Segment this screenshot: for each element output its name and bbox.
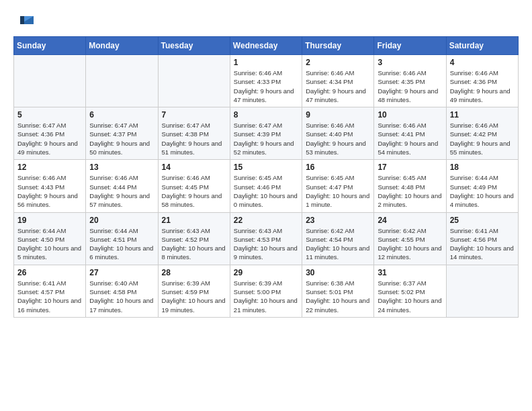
week-row-3: 12Sunrise: 6:46 AM Sunset: 4:43 PM Dayli… (14, 160, 519, 212)
day-cell: 28Sunrise: 6:39 AM Sunset: 4:59 PM Dayli… (158, 265, 230, 317)
day-number: 26 (17, 268, 82, 277)
day-cell: 21Sunrise: 6:43 AM Sunset: 4:52 PM Dayli… (158, 212, 230, 265)
weekday-header-row: SundayMondayTuesdayWednesdayThursdayFrid… (14, 37, 519, 55)
day-cell: 23Sunrise: 6:42 AM Sunset: 4:54 PM Dayli… (302, 212, 374, 265)
svg-marker-2 (20, 16, 24, 24)
day-number: 21 (162, 216, 226, 225)
day-cell: 30Sunrise: 6:38 AM Sunset: 5:01 PM Dayli… (302, 265, 374, 317)
day-info: Sunrise: 6:46 AM Sunset: 4:34 PM Dayligh… (306, 68, 370, 104)
day-number: 24 (378, 216, 442, 225)
day-cell: 16Sunrise: 6:45 AM Sunset: 4:47 PM Dayli… (302, 160, 374, 212)
logo-general (13, 13, 35, 32)
day-cell (86, 55, 158, 107)
day-number: 31 (378, 268, 442, 277)
day-number: 8 (234, 110, 298, 120)
day-number: 19 (17, 216, 82, 225)
day-info: Sunrise: 6:46 AM Sunset: 4:41 PM Dayligh… (378, 121, 442, 156)
day-number: 13 (89, 163, 154, 172)
day-number: 30 (306, 268, 370, 277)
day-number: 16 (306, 163, 370, 172)
day-number: 1 (234, 58, 298, 67)
page: SundayMondayTuesdayWednesdayThursdayFrid… (0, 0, 532, 324)
weekday-saturday: Saturday (446, 37, 518, 55)
day-info: Sunrise: 6:45 AM Sunset: 4:48 PM Dayligh… (378, 173, 442, 209)
day-number: 10 (378, 110, 442, 120)
day-info: Sunrise: 6:46 AM Sunset: 4:45 PM Dayligh… (162, 173, 226, 209)
day-cell: 29Sunrise: 6:39 AM Sunset: 5:00 PM Dayli… (230, 265, 302, 317)
day-cell (14, 55, 86, 107)
day-cell: 12Sunrise: 6:46 AM Sunset: 4:43 PM Dayli… (14, 160, 86, 212)
week-row-1: 1Sunrise: 6:46 AM Sunset: 4:33 PM Daylig… (14, 55, 519, 107)
weekday-sunday: Sunday (14, 37, 86, 55)
day-info: Sunrise: 6:44 AM Sunset: 4:50 PM Dayligh… (17, 226, 82, 262)
day-cell (446, 265, 518, 317)
day-info: Sunrise: 6:47 AM Sunset: 4:38 PM Dayligh… (162, 121, 226, 156)
day-info: Sunrise: 6:44 AM Sunset: 4:51 PM Dayligh… (89, 226, 154, 262)
day-cell: 6Sunrise: 6:47 AM Sunset: 4:37 PM Daylig… (86, 107, 158, 160)
day-cell: 26Sunrise: 6:41 AM Sunset: 4:57 PM Dayli… (14, 265, 86, 317)
weekday-wednesday: Wednesday (230, 37, 302, 55)
day-cell: 9Sunrise: 6:46 AM Sunset: 4:40 PM Daylig… (302, 107, 374, 160)
day-cell: 3Sunrise: 6:46 AM Sunset: 4:35 PM Daylig… (374, 55, 446, 107)
day-cell: 15Sunrise: 6:45 AM Sunset: 4:46 PM Dayli… (230, 160, 302, 212)
calendar: SundayMondayTuesdayWednesdayThursdayFrid… (13, 36, 519, 318)
day-number: 7 (162, 110, 226, 120)
day-number: 15 (234, 163, 298, 172)
day-number: 4 (450, 58, 515, 67)
week-row-5: 26Sunrise: 6:41 AM Sunset: 4:57 PM Dayli… (14, 265, 519, 317)
day-cell: 2Sunrise: 6:46 AM Sunset: 4:34 PM Daylig… (302, 55, 374, 107)
day-info: Sunrise: 6:46 AM Sunset: 4:36 PM Dayligh… (450, 68, 515, 104)
weekday-thursday: Thursday (302, 37, 374, 55)
week-row-4: 19Sunrise: 6:44 AM Sunset: 4:50 PM Dayli… (14, 212, 519, 265)
day-cell: 31Sunrise: 6:37 AM Sunset: 5:02 PM Dayli… (374, 265, 446, 317)
day-number: 5 (17, 110, 82, 120)
day-info: Sunrise: 6:45 AM Sunset: 4:46 PM Dayligh… (234, 173, 298, 209)
day-number: 18 (450, 163, 515, 172)
day-number: 29 (234, 268, 298, 277)
day-cell: 18Sunrise: 6:44 AM Sunset: 4:49 PM Dayli… (446, 160, 518, 212)
day-info: Sunrise: 6:44 AM Sunset: 4:49 PM Dayligh… (450, 173, 515, 209)
day-info: Sunrise: 6:38 AM Sunset: 5:01 PM Dayligh… (306, 279, 370, 314)
day-info: Sunrise: 6:43 AM Sunset: 4:53 PM Dayligh… (234, 226, 298, 262)
day-cell: 7Sunrise: 6:47 AM Sunset: 4:38 PM Daylig… (158, 107, 230, 160)
header (13, 13, 519, 30)
logo (13, 13, 35, 30)
day-number: 11 (450, 110, 515, 120)
day-info: Sunrise: 6:47 AM Sunset: 4:39 PM Dayligh… (234, 121, 298, 156)
weekday-monday: Monday (86, 37, 158, 55)
day-info: Sunrise: 6:46 AM Sunset: 4:35 PM Dayligh… (378, 68, 442, 104)
day-number: 3 (378, 58, 442, 67)
day-info: Sunrise: 6:42 AM Sunset: 4:55 PM Dayligh… (378, 226, 442, 262)
day-number: 12 (17, 163, 82, 172)
day-number: 25 (450, 216, 515, 225)
day-number: 17 (378, 163, 442, 172)
day-info: Sunrise: 6:39 AM Sunset: 4:59 PM Dayligh… (162, 279, 226, 314)
day-cell: 13Sunrise: 6:46 AM Sunset: 4:44 PM Dayli… (86, 160, 158, 212)
day-number: 27 (89, 268, 154, 277)
day-cell: 11Sunrise: 6:46 AM Sunset: 4:42 PM Dayli… (446, 107, 518, 160)
day-cell: 25Sunrise: 6:41 AM Sunset: 4:56 PM Dayli… (446, 212, 518, 265)
day-number: 9 (306, 110, 370, 120)
day-cell: 10Sunrise: 6:46 AM Sunset: 4:41 PM Dayli… (374, 107, 446, 160)
day-number: 2 (306, 58, 370, 67)
day-info: Sunrise: 6:47 AM Sunset: 4:37 PM Dayligh… (89, 121, 154, 156)
day-cell: 4Sunrise: 6:46 AM Sunset: 4:36 PM Daylig… (446, 55, 518, 107)
day-cell: 27Sunrise: 6:40 AM Sunset: 4:58 PM Dayli… (86, 265, 158, 317)
day-info: Sunrise: 6:43 AM Sunset: 4:52 PM Dayligh… (162, 226, 226, 262)
day-cell: 22Sunrise: 6:43 AM Sunset: 4:53 PM Dayli… (230, 212, 302, 265)
day-number: 14 (162, 163, 226, 172)
logo-icon (13, 13, 35, 32)
day-cell: 5Sunrise: 6:47 AM Sunset: 4:36 PM Daylig… (14, 107, 86, 160)
day-info: Sunrise: 6:41 AM Sunset: 4:57 PM Dayligh… (17, 279, 82, 314)
day-number: 22 (234, 216, 298, 225)
day-info: Sunrise: 6:46 AM Sunset: 4:44 PM Dayligh… (89, 173, 154, 209)
day-info: Sunrise: 6:46 AM Sunset: 4:33 PM Dayligh… (234, 68, 298, 104)
day-number: 28 (162, 268, 226, 277)
day-number: 6 (89, 110, 154, 120)
day-info: Sunrise: 6:42 AM Sunset: 4:54 PM Dayligh… (306, 226, 370, 262)
weekday-friday: Friday (374, 37, 446, 55)
day-info: Sunrise: 6:47 AM Sunset: 4:36 PM Dayligh… (17, 121, 82, 156)
day-info: Sunrise: 6:41 AM Sunset: 4:56 PM Dayligh… (450, 226, 515, 262)
day-info: Sunrise: 6:45 AM Sunset: 4:47 PM Dayligh… (306, 173, 370, 209)
day-info: Sunrise: 6:40 AM Sunset: 4:58 PM Dayligh… (89, 279, 154, 314)
